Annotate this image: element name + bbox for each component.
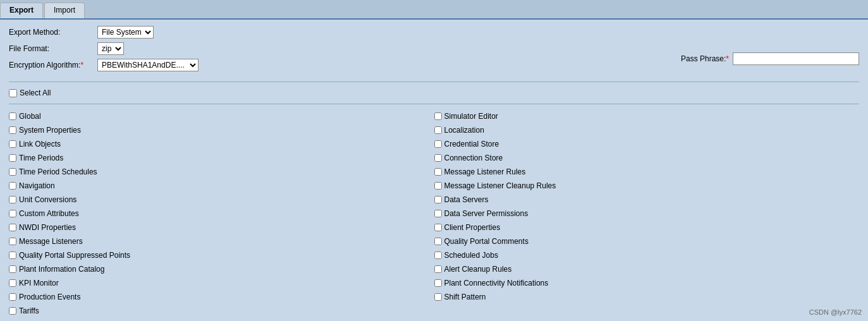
list-item: KPI Monitor (9, 277, 434, 289)
list-item: Data Server Permissions (434, 208, 860, 219)
checkbox[interactable] (434, 196, 442, 203)
checkbox-label: Message Listener Cleanup Rules (444, 180, 556, 191)
list-item: Connection Store (434, 152, 860, 164)
list-item: Plant Information Catalog (9, 263, 434, 275)
checkbox-label: Quality Portal Comments (444, 236, 529, 247)
list-item: Alert Cleanup Rules (434, 263, 860, 275)
list-item: Data Servers (434, 194, 860, 205)
tab-export[interactable]: Export (0, 3, 43, 18)
list-item: Quality Portal Suppressed Points (9, 250, 434, 261)
checkbox-label: Data Server Permissions (444, 208, 529, 219)
list-item: NWDI Properties (9, 222, 434, 233)
checkbox[interactable] (9, 238, 16, 245)
pass-phrase-label: Pass Phrase:* (681, 54, 729, 63)
checkbox[interactable] (9, 224, 16, 231)
checkbox[interactable] (434, 140, 442, 148)
checkbox[interactable] (9, 307, 16, 315)
checkbox-label: Message Listener Rules (444, 166, 526, 178)
checkbox-label: Navigation (19, 180, 55, 191)
checkbox-label: Plant Connectivity Notifications (444, 277, 549, 289)
list-item: Credential Store (434, 138, 860, 150)
list-item: Message Listeners (9, 236, 434, 247)
checkbox-label: Custom Attributes (19, 208, 79, 219)
checkboxes-container: GlobalSystem PropertiesLink ObjectsTime … (9, 111, 859, 317)
checkbox-label: Connection Store (444, 152, 503, 164)
checkbox[interactable] (434, 112, 442, 120)
checkbox-label: System Properties (19, 124, 81, 136)
list-item: Navigation (9, 180, 434, 191)
checkbox-label: Time Periods (19, 152, 63, 164)
checkbox-label: Unit Conversions (19, 194, 76, 205)
list-item: Client Properties (434, 222, 860, 233)
checkbox-label: Link Objects (19, 138, 61, 150)
tab-bar: Export Import (0, 0, 868, 20)
checkbox-label: Global (19, 111, 41, 122)
pass-phrase-input[interactable] (733, 52, 859, 65)
checkbox-label: Scheduled Jobs (444, 250, 498, 261)
checkbox[interactable] (434, 154, 442, 162)
checkbox[interactable] (434, 238, 442, 245)
export-method-select[interactable]: File System (97, 26, 154, 39)
checkbox[interactable] (434, 265, 442, 273)
select-all-checkbox[interactable] (9, 89, 17, 97)
checkbox[interactable] (9, 196, 16, 203)
list-item: Custom Attributes (9, 208, 434, 219)
list-item: Unit Conversions (9, 194, 434, 205)
list-item: System Properties (9, 124, 434, 136)
checkbox[interactable] (434, 182, 442, 190)
checkbox[interactable] (9, 112, 16, 120)
checkbox[interactable] (434, 224, 442, 231)
list-item: Localization (434, 124, 860, 136)
watermark: CSDN @lyx7762 (809, 308, 862, 316)
left-form: Export Method: File System File Format: … (9, 26, 434, 75)
checkbox[interactable] (9, 154, 16, 162)
main-content: Export Method: File System File Format: … (0, 20, 868, 321)
list-item: Quality Portal Comments (434, 236, 860, 247)
file-format-select[interactable]: zip (97, 42, 124, 55)
checkbox-label: Plant Information Catalog (19, 263, 104, 275)
checkbox[interactable] (9, 293, 16, 301)
list-item: Global (9, 111, 434, 122)
list-item: Message Listener Cleanup Rules (434, 180, 860, 191)
file-format-label: File Format: (9, 44, 97, 53)
list-item: Time Periods (9, 152, 434, 164)
encryption-select[interactable]: PBEWithSHA1AndDE.... (97, 59, 199, 71)
tab-import[interactable]: Import (44, 3, 85, 18)
checkbox[interactable] (9, 182, 16, 190)
checkbox[interactable] (9, 279, 16, 287)
list-item: Shift Pattern (434, 291, 860, 303)
export-method-label: Export Method: (9, 28, 97, 37)
checkbox-label: NWDI Properties (19, 222, 76, 233)
checkbox[interactable] (434, 126, 442, 134)
checkbox-label: Client Properties (444, 222, 501, 233)
checkbox[interactable] (434, 279, 442, 287)
right-form: Pass Phrase:* (434, 26, 860, 65)
list-item: Tariffs (9, 305, 434, 317)
select-all-label: Select All (20, 88, 51, 97)
encryption-label: Encryption Algorithm:* (9, 61, 97, 70)
checkbox[interactable] (9, 168, 16, 176)
checkbox[interactable] (9, 265, 16, 273)
checkbox-label: Alert Cleanup Rules (444, 263, 512, 275)
checkbox[interactable] (434, 168, 442, 176)
list-item: Time Period Schedules (9, 166, 434, 178)
list-item: Plant Connectivity Notifications (434, 277, 860, 289)
checkbox[interactable] (9, 140, 16, 148)
list-item: Message Listener Rules (434, 166, 860, 178)
checkbox[interactable] (9, 251, 16, 259)
checkbox[interactable] (9, 210, 16, 217)
checkbox[interactable] (9, 126, 16, 134)
checkbox-label: Message Listeners (19, 236, 83, 247)
checkbox-label: Production Events (19, 291, 80, 303)
list-item: Link Objects (9, 138, 434, 150)
list-item: Scheduled Jobs (434, 250, 860, 261)
checkbox[interactable] (434, 210, 442, 217)
checkbox-label: Time Period Schedules (19, 166, 97, 178)
checkbox-label: Tariffs (19, 305, 39, 317)
checkbox[interactable] (434, 251, 442, 259)
checkbox-label: Localization (444, 124, 484, 136)
checkbox[interactable] (434, 293, 442, 301)
checkbox-label: Quality Portal Suppressed Points (19, 250, 130, 261)
checkbox-label: Shift Pattern (444, 291, 486, 303)
divider-1 (9, 82, 859, 82)
